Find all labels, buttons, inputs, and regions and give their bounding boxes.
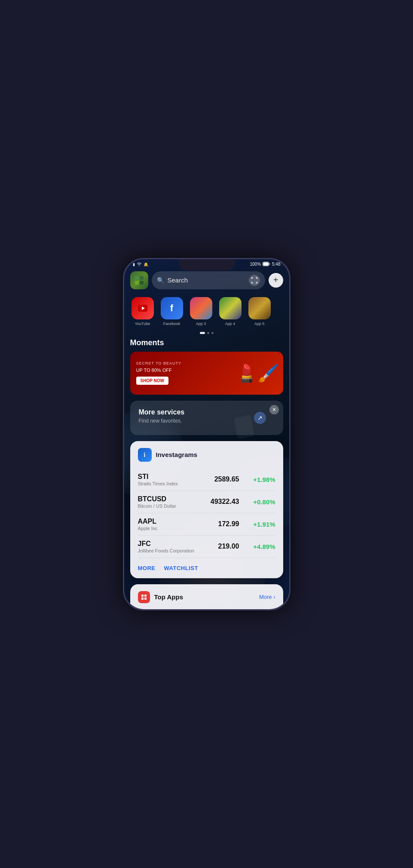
moments-title: Moments	[130, 338, 283, 347]
svg-rect-3	[135, 276, 139, 280]
main-content: 🔍 Search	[124, 268, 289, 609]
grid-dot-4	[144, 598, 147, 600]
app-label: App 4	[218, 322, 243, 326]
app-icon-3	[190, 297, 212, 319]
widget-footer: MORE WATCHLIST	[138, 563, 275, 571]
sim-icon: ▮	[133, 262, 135, 267]
search-bar[interactable]: 🔍 Search	[152, 271, 265, 289]
more-label: More	[259, 594, 272, 600]
name-sti: Straits Times Index	[138, 481, 205, 486]
widget-header: i Investagrams	[138, 448, 275, 462]
grid-dot-3	[141, 598, 144, 600]
table-row[interactable]: STI Straits Times Index 2589.65 +1.98%	[138, 469, 275, 491]
table-row[interactable]: JFC Jollibee Foods Corporation 219.00 +4…	[138, 536, 275, 558]
price-aapl: 172.99	[205, 520, 239, 528]
scan-icon[interactable]	[249, 275, 260, 286]
dot-active	[200, 332, 205, 334]
app-label: YouTube	[130, 322, 155, 326]
stock-info-btcusd: BTCUSD Bitcoin / US Dollar	[138, 495, 205, 509]
phone-device: ▮ 🔔 100%	[123, 258, 291, 610]
profile-app-icon[interactable]	[130, 271, 148, 289]
change-aapl: +1.91%	[246, 521, 275, 528]
list-item[interactable]: App 5	[247, 297, 272, 326]
apps-row: YouTube f Facebook App 3	[130, 294, 283, 330]
ticker-aapl: AAPL	[138, 518, 205, 525]
battery-percent: 100%	[250, 262, 261, 267]
investagrams-logo: i	[138, 448, 152, 462]
youtube-icon	[132, 297, 154, 319]
svg-rect-2	[269, 263, 270, 265]
list-item[interactable]: App 4	[218, 297, 243, 326]
top-apps-more-link[interactable]: More ›	[259, 594, 275, 600]
change-btcusd: +0.80%	[246, 498, 275, 506]
time-display: 5:48	[272, 262, 280, 267]
grid-dot-2	[144, 595, 147, 597]
list-item[interactable]: YouTube	[130, 297, 155, 326]
search-row: 🔍 Search	[130, 268, 283, 294]
stock-info-jfc: JFC Jollibee Foods Corporation	[138, 540, 205, 553]
banner-subtitle: Secret to Beauty	[136, 361, 182, 365]
banner-content: Secret to Beauty UP TO 80% OFF SHOP NOW	[130, 355, 188, 391]
name-jfc: Jollibee Foods Corporation	[138, 548, 205, 553]
svg-rect-4	[140, 276, 144, 280]
list-item[interactable]: App 3	[189, 297, 214, 326]
price-btcusd: 49322.43	[205, 498, 239, 506]
more-services-card[interactable]: ✕ ↗ More services Find new favorites.	[130, 401, 283, 435]
svg-rect-1	[263, 262, 269, 265]
moments-banner[interactable]: Secret to Beauty UP TO 80% OFF SHOP NOW …	[130, 352, 283, 395]
app-label: App 5	[247, 322, 272, 326]
name-aapl: Apple Inc	[138, 526, 205, 531]
svg-rect-8	[251, 277, 252, 279]
change-sti: +1.98%	[246, 476, 275, 483]
more-link[interactable]: MORE	[138, 565, 156, 571]
dot-2	[211, 332, 214, 334]
phone-screen[interactable]: ▮ 🔔 100%	[124, 259, 289, 609]
price-jfc: 219.00	[205, 543, 239, 550]
watchlist-link[interactable]: WATCHLIST	[164, 565, 198, 571]
wifi-icon	[137, 262, 142, 267]
up-to-text: UP TO	[136, 368, 152, 373]
svg-rect-12	[251, 282, 252, 283]
ticker-sti: STI	[138, 473, 205, 481]
app-label: App 3	[189, 322, 214, 326]
svg-rect-6	[140, 281, 144, 285]
app-label: Facebook	[159, 322, 184, 326]
table-row[interactable]: BTCUSD Bitcoin / US Dollar 49322.43 +0.8…	[138, 491, 275, 513]
top-apps-title: Top Apps	[154, 593, 259, 601]
page-indicator	[130, 330, 283, 338]
top-apps-header: Top Apps More ›	[138, 591, 275, 603]
grid-dot-1	[141, 595, 144, 597]
svg-rect-5	[135, 281, 139, 285]
add-button[interactable]: +	[269, 273, 283, 288]
search-icon: 🔍	[157, 277, 164, 284]
grid-icon	[141, 595, 147, 600]
name-btcusd: Bitcoin / US Dollar	[138, 503, 205, 509]
stock-info-aapl: AAPL Apple Inc	[138, 518, 205, 531]
svg-rect-14	[257, 282, 257, 283]
banner-discount: UP TO 80% OFF	[136, 365, 182, 374]
shop-now-button[interactable]: SHOP NOW	[136, 377, 168, 385]
card-close-button[interactable]: ✕	[269, 405, 279, 414]
svg-rect-17	[234, 415, 254, 439]
top-apps-widget: Top Apps More ›	[130, 584, 283, 609]
moments-section: Moments Secret to Beauty UP TO 80% OFF S…	[130, 338, 283, 395]
banner-image-decoration: 💄🖌️	[236, 363, 279, 383]
list-item[interactable]: f Facebook	[159, 297, 184, 326]
ticker-jfc: JFC	[138, 540, 205, 548]
notification-icon: 🔔	[144, 262, 148, 267]
card-decoration	[232, 414, 257, 439]
stock-info-sti: STI Straits Times Index	[138, 473, 205, 486]
ticker-btcusd: BTCUSD	[138, 495, 205, 503]
battery-icon	[263, 262, 270, 267]
status-right-info: 100% 5:48	[250, 262, 280, 267]
app-icon-4	[219, 297, 242, 319]
table-row[interactable]: AAPL Apple Inc 172.99 +1.91%	[138, 513, 275, 536]
dot-1	[207, 332, 209, 334]
svg-rect-10	[257, 277, 257, 279]
discount-percent: 80% OFF	[152, 368, 172, 373]
investagrams-widget: i Investagrams STI Straits Times Index 2…	[130, 441, 283, 578]
price-sti: 2589.65	[205, 475, 239, 483]
facebook-icon: f	[161, 297, 183, 319]
change-jfc: +4.89%	[246, 543, 275, 550]
widget-title: Investagrams	[156, 451, 198, 458]
